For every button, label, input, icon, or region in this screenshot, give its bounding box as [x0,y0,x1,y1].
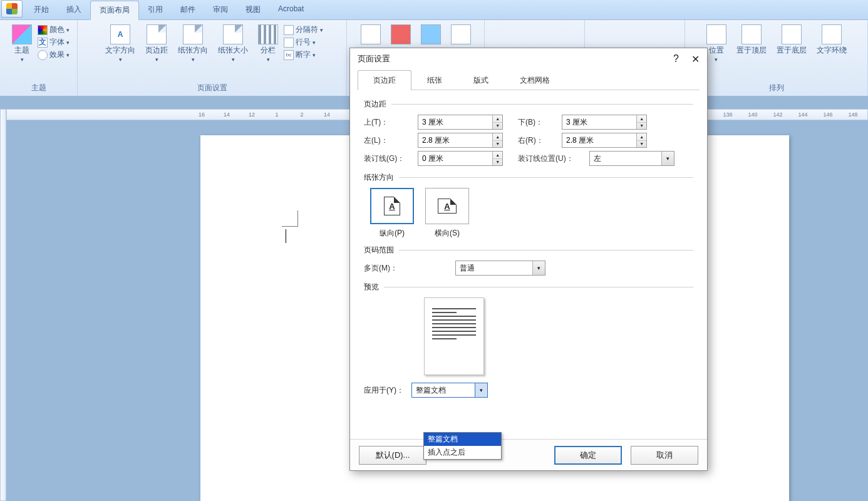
tab-view[interactable]: 视图 [237,1,269,19]
landscape-icon: A [438,199,457,214]
section-preview-heading: 预览 [364,282,379,292]
text-wrap-icon [822,24,842,44]
office-button[interactable] [1,0,23,18]
section-margins-heading: 页边距 [364,99,386,110]
page-bg-button[interactable] [447,23,475,46]
chevron-down-icon[interactable]: ▾ [532,261,545,275]
apply-to-label: 应用于(Y)： [364,385,404,396]
ribbon-tabs: 开始 插入 页面布局 引用 邮件 审阅 视图 Acrobat [0,0,868,20]
effects-icon [38,50,48,60]
orientation-icon [183,24,203,44]
gutter-input[interactable]: ▲▼ [418,151,503,166]
font-icon: 文 [38,38,48,48]
breaks-icon [284,25,294,35]
vertical-ruler[interactable] [0,109,6,501]
group-page-setup: A文字方向▾ 页边距▾ 纸张方向▾ 纸张大小▾ 分栏▾ 分隔符▾ 行号▾ bc断… [78,20,347,96]
multi-pages-combo[interactable]: 普通▾ [455,261,545,276]
margin-right-input[interactable]: ▲▼ [562,133,647,148]
group-arrange: 位置▾ 置于顶层 置于底层 文字环绕 排列 [685,20,868,96]
spinner-arrows[interactable]: ▲▼ [636,115,646,129]
spinner-arrows[interactable]: ▲▼ [492,133,502,147]
columns-icon [258,24,278,44]
page-borders-button[interactable] [416,23,445,46]
spinner-arrows[interactable]: ▲▼ [492,152,502,165]
gutter-label: 装订线(G)： [364,153,411,164]
tab-home[interactable]: 开始 [25,1,58,19]
hyphenation-icon: bc [284,50,294,60]
spinner-arrows[interactable]: ▲▼ [492,115,502,129]
hyphenation-button[interactable]: bc断字▾ [284,49,323,61]
help-button[interactable]: ? [673,53,679,65]
group-theme-label: 主题 [31,81,46,95]
page-color-button[interactable] [386,23,415,46]
text-direction-icon: A [110,24,130,44]
chevron-down-icon[interactable]: ▾ [475,383,487,397]
text-cursor [286,229,286,243]
bring-front-button[interactable]: 置于顶层 [732,23,771,56]
multi-pages-label: 多页(M)： [364,263,411,274]
margin-left-label: 左(L)： [364,135,411,146]
position-icon [706,24,726,44]
group-theme: 主题▾ 颜色▾ 文字体▾ 效果▾ 主题 [0,20,78,96]
margin-left-input[interactable]: ▲▼ [418,133,503,148]
breaks-button[interactable]: 分隔符▾ [284,24,323,36]
margin-top-input[interactable]: ▲▼ [418,115,503,130]
cancel-button[interactable]: 取消 [631,446,698,465]
tab-acrobat[interactable]: Acrobat [269,1,313,19]
line-numbers-button[interactable]: 行号▾ [284,36,323,48]
watermark-button[interactable] [356,23,385,46]
page-bg-icon [451,24,471,44]
tab-page-layout[interactable]: 页面布局 [90,1,139,20]
size-button[interactable]: 纸张大小▾ [214,23,252,66]
text-direction-button[interactable]: A文字方向▾ [101,23,140,66]
spinner-arrows[interactable]: ▲▼ [636,133,646,147]
page-borders-icon [421,24,441,44]
columns-button[interactable]: 分栏▾ [254,23,282,66]
gutter-pos-label: 装订线位置(U)： [518,153,583,164]
apply-to-combo[interactable]: 整篇文档▾ [411,383,488,398]
default-button[interactable]: 默认(D)... [359,446,426,465]
margin-bottom-label: 下(B)： [518,117,555,128]
margins-icon [147,24,167,44]
bring-front-icon [741,24,762,44]
margins-button[interactable]: 页边距▾ [141,23,172,66]
preview-thumbnail [424,297,484,375]
margin-top-label: 上(T)： [364,117,411,128]
dlg-tab-grid[interactable]: 文档网格 [504,70,566,90]
tab-mailings[interactable]: 邮件 [172,1,204,19]
theme-fonts-button[interactable]: 文字体▾ [38,36,70,48]
margin-corner-icon [282,210,298,227]
theme-colors-button[interactable]: 颜色▾ [38,24,70,36]
portrait-icon: A [384,197,400,215]
send-back-icon [782,24,802,44]
dlg-tab-margins[interactable]: 页边距 [358,70,411,90]
margin-bottom-input[interactable]: ▲▼ [562,115,647,130]
apply-to-dropdown-list: 整篇文档 插入点之后 [423,432,502,460]
apply-option-after-cursor[interactable]: 插入点之后 [424,446,501,459]
gutter-pos-combo[interactable]: 左▾ [589,151,674,166]
dialog-footer: 默认(D)... 确定 取消 [350,439,707,470]
themes-button[interactable]: 主题▾ [8,23,36,66]
page-color-icon [391,24,411,44]
theme-effects-button[interactable]: 效果▾ [38,49,70,61]
text-wrap-button[interactable]: 文字环绕 [812,23,851,56]
apply-option-whole-doc[interactable]: 整篇文档 [424,433,501,446]
dialog-title: 页面设置 [358,53,390,65]
orientation-button[interactable]: 纸张方向▾ [173,23,212,66]
orientation-portrait[interactable]: A 纵向(P) [370,188,414,239]
watermark-icon [361,24,381,44]
dlg-tab-paper[interactable]: 纸张 [411,70,458,90]
chevron-down-icon[interactable]: ▾ [661,152,674,165]
tab-insert[interactable]: 插入 [58,1,90,19]
close-button[interactable]: ✕ [691,53,700,65]
send-back-button[interactable]: 置于底层 [772,23,811,56]
ok-button[interactable]: 确定 [554,446,622,465]
office-logo-icon [6,3,18,14]
dialog-titlebar[interactable]: 页面设置 ? ✕ [350,48,707,70]
tab-references[interactable]: 引用 [139,1,172,19]
tab-review[interactable]: 审阅 [204,1,237,19]
dlg-tab-layout[interactable]: 版式 [458,70,504,90]
dialog-tabs: 页边距 纸张 版式 文档网格 [358,70,700,90]
section-orientation-heading: 纸张方向 [364,172,394,183]
orientation-landscape[interactable]: A 横向(S) [425,188,469,239]
